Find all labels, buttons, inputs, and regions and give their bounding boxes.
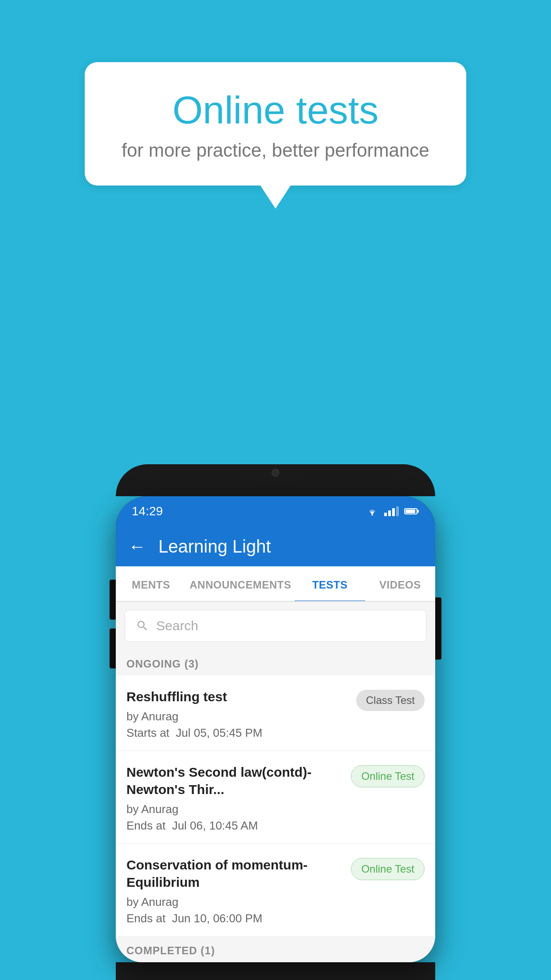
phone-device: 14:29 bbox=[116, 464, 435, 980]
badge-online-test-2: Online Test bbox=[351, 858, 425, 880]
svg-rect-2 bbox=[417, 510, 419, 513]
app-bar-title: Learning Light bbox=[158, 537, 271, 557]
battery-icon bbox=[404, 507, 419, 515]
test-name-reshuffling: Reshuffling test bbox=[126, 688, 349, 705]
signal-icon bbox=[384, 506, 399, 516]
background: Online tests for more practice, better p… bbox=[0, 0, 551, 980]
bubble-title: Online tests bbox=[116, 89, 435, 132]
search-container: Search bbox=[116, 602, 435, 650]
phone-bottom-bezel bbox=[116, 962, 435, 980]
tab-tests[interactable]: TESTS bbox=[295, 566, 365, 601]
svg-rect-3 bbox=[405, 510, 415, 513]
test-item-newtons[interactable]: Newton's Second law(contd)-Newton's Thir… bbox=[116, 751, 435, 844]
phone-screen-area: 14:29 bbox=[116, 496, 435, 962]
completed-label: COMPLETED (1) bbox=[126, 944, 215, 956]
search-input-wrapper[interactable]: Search bbox=[125, 610, 426, 642]
test-info-newtons: Newton's Second law(contd)-Newton's Thir… bbox=[126, 763, 351, 833]
svg-point-0 bbox=[371, 514, 373, 516]
volume-down-button bbox=[110, 628, 116, 668]
status-bar: 14:29 bbox=[116, 496, 435, 526]
search-placeholder-text: Search bbox=[156, 618, 198, 633]
phone-screen: ← Learning Light MENTS ANNOUNCEMENTS TES… bbox=[116, 526, 435, 962]
tab-videos[interactable]: VIDEOS bbox=[365, 566, 435, 601]
speech-bubble-area: Online tests for more practice, better p… bbox=[85, 62, 466, 186]
test-item-conservation[interactable]: Conservation of momentum-Equilibrium by … bbox=[116, 844, 435, 937]
test-list: Reshuffling test by Anurag Starts at Jul… bbox=[116, 676, 435, 937]
volume-up-button bbox=[110, 580, 116, 620]
test-by-conservation: by Anurag bbox=[126, 895, 344, 909]
front-camera bbox=[272, 469, 279, 477]
back-button[interactable]: ← bbox=[128, 537, 146, 557]
badge-class-test: Class Test bbox=[356, 690, 425, 711]
test-by-newtons: by Anurag bbox=[126, 802, 344, 816]
tab-announcements[interactable]: ANNOUNCEMENTS bbox=[186, 566, 295, 601]
ongoing-section-header: ONGOING (3) bbox=[116, 650, 435, 676]
bubble-subtitle: for more practice, better performance bbox=[116, 140, 435, 161]
app-bar: ← Learning Light bbox=[116, 526, 435, 566]
test-name-conservation: Conservation of momentum-Equilibrium bbox=[126, 856, 344, 891]
test-date-newtons: Ends at Jul 06, 10:45 AM bbox=[126, 819, 344, 833]
completed-section-header: COMPLETED (1) bbox=[116, 937, 435, 962]
test-by-reshuffling: by Anurag bbox=[126, 710, 349, 723]
test-item-reshuffling[interactable]: Reshuffling test by Anurag Starts at Jul… bbox=[116, 676, 435, 751]
speech-bubble: Online tests for more practice, better p… bbox=[85, 62, 466, 186]
test-info-reshuffling: Reshuffling test by Anurag Starts at Jul… bbox=[126, 688, 356, 740]
search-icon bbox=[136, 619, 149, 632]
phone-top-bezel bbox=[116, 464, 435, 496]
tabs-bar: MENTS ANNOUNCEMENTS TESTS VIDEOS bbox=[116, 566, 435, 602]
test-name-newtons: Newton's Second law(contd)-Newton's Thir… bbox=[126, 763, 344, 798]
status-time: 14:29 bbox=[132, 504, 163, 518]
badge-online-test-1: Online Test bbox=[351, 765, 425, 787]
phone-notch bbox=[244, 464, 307, 481]
test-date-conservation: Ends at Jun 10, 06:00 PM bbox=[126, 912, 344, 925]
ongoing-label: ONGOING (3) bbox=[126, 658, 199, 670]
power-button bbox=[435, 597, 441, 660]
tab-ments[interactable]: MENTS bbox=[116, 566, 186, 601]
wifi-icon bbox=[366, 506, 379, 516]
status-icons bbox=[366, 506, 419, 516]
test-info-conservation: Conservation of momentum-Equilibrium by … bbox=[126, 856, 351, 925]
test-date-reshuffling: Starts at Jul 05, 05:45 PM bbox=[126, 726, 349, 740]
